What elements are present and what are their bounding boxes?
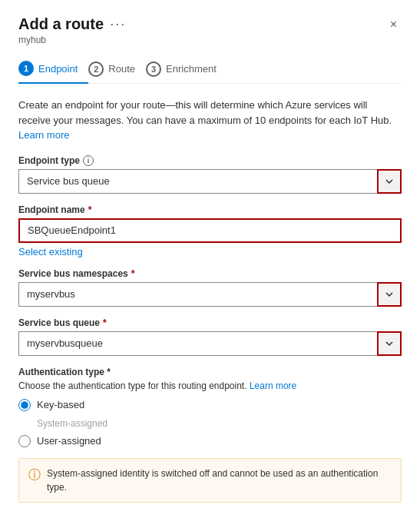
auth-type-group: Authentication type * Choose the authent…	[18, 367, 402, 447]
step-endpoint[interactable]: 1 Endpoint	[18, 55, 88, 84]
step-1-circle: 1	[18, 61, 34, 76]
radio-user-assigned: User-assigned	[18, 435, 402, 447]
learn-more-link[interactable]: Learn more	[18, 129, 69, 141]
radio-key-based-label: Key-based	[37, 399, 84, 410]
auth-radio-group: Key-based System-assigned User-assigned	[18, 399, 402, 447]
panel-header: Add a route ··· ×	[18, 15, 402, 33]
step-3-circle: 3	[146, 61, 161, 77]
required-indicator-q: *	[103, 317, 107, 328]
endpoint-type-label: Endpoint type i	[18, 155, 402, 166]
service-bus-namespaces-group: Service bus namespaces * myservbus	[18, 268, 402, 307]
required-indicator-auth: *	[107, 367, 111, 377]
radio-user-assigned-label: User-assigned	[37, 435, 101, 447]
add-route-panel: Add a route ··· × myhub 1 Endpoint 2 Rou…	[0, 0, 420, 515]
more-options-icon[interactable]: ···	[110, 16, 126, 32]
panel-title: Add a route	[18, 15, 104, 33]
step-1-label: Endpoint	[38, 63, 78, 75]
system-assigned-note: System-assigned	[18, 417, 402, 429]
auth-description: Choose the authentication type for this …	[18, 380, 402, 391]
panel-subtitle: myhub	[18, 35, 402, 45]
service-bus-queue-dropdown[interactable]: myservbusqueue	[18, 331, 402, 356]
alert-text: System-assigned identity is switched off…	[47, 467, 392, 494]
step-2-circle: 2	[88, 61, 104, 77]
steps-bar: 1 Endpoint 2 Route 3 Enrichment	[18, 55, 402, 84]
service-bus-namespaces-dropdown[interactable]: myservbus	[18, 282, 402, 307]
step-3-label: Enrichment	[166, 63, 217, 75]
title-row: Add a route ···	[18, 15, 126, 33]
select-existing-link[interactable]: Select existing	[18, 246, 83, 258]
required-indicator-ns: *	[131, 268, 135, 279]
endpoint-name-input[interactable]	[18, 218, 402, 243]
service-bus-queue-label: Service bus queue *	[18, 317, 402, 328]
alert-icon: ⓘ	[28, 467, 41, 483]
service-bus-queue-dropdown-wrapper: myservbusqueue	[18, 331, 402, 356]
service-bus-namespaces-label: Service bus namespaces *	[18, 268, 402, 279]
service-bus-namespaces-dropdown-wrapper: myservbus	[18, 282, 402, 307]
radio-key-based: Key-based	[18, 399, 402, 411]
endpoint-type-dropdown[interactable]: Service bus queue	[18, 169, 402, 194]
endpoint-type-group: Endpoint type i Service bus queue	[18, 155, 402, 194]
radio-key-based-input[interactable]	[18, 399, 31, 411]
close-button[interactable]: ×	[385, 16, 402, 33]
endpoint-name-label: Endpoint name *	[18, 204, 402, 215]
description-text: Create an endpoint for your route—this w…	[18, 98, 402, 143]
endpoint-name-group: Endpoint name * Select existing	[18, 204, 402, 258]
radio-user-assigned-input[interactable]	[18, 435, 31, 447]
step-2-label: Route	[108, 63, 135, 75]
service-bus-queue-group: Service bus queue * myservbusqueue	[18, 317, 402, 356]
alert-box: ⓘ System-assigned identity is switched o…	[18, 458, 402, 503]
endpoint-type-dropdown-wrapper: Service bus queue	[18, 169, 402, 194]
auth-type-label: Authentication type *	[18, 367, 402, 377]
step-route[interactable]: 2 Route	[88, 55, 146, 83]
step-enrichment[interactable]: 3 Enrichment	[146, 55, 227, 83]
endpoint-type-info-icon[interactable]: i	[83, 155, 94, 166]
required-indicator: *	[88, 204, 92, 215]
auth-learn-more-link[interactable]: Learn more	[250, 380, 296, 391]
